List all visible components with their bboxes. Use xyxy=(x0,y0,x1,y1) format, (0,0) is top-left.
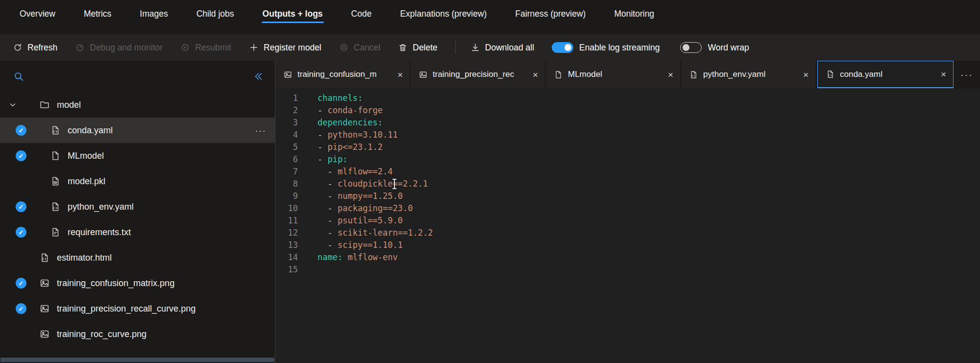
tree-file-model-pkl[interactable]: model.pkl xyxy=(0,169,275,194)
chevron-down-icon[interactable] xyxy=(8,100,18,110)
nav-tab-metrics[interactable]: Metrics xyxy=(84,0,111,27)
tab-label: training_confusion_m xyxy=(297,70,392,79)
nav-tab-code[interactable]: Code xyxy=(351,0,372,27)
code-line-4[interactable]: 4- python=3.10.11 xyxy=(275,129,980,141)
editor-tab-python-env-yaml[interactable]: python_env.yaml× xyxy=(681,61,816,88)
code-line-3[interactable]: 3dependencies: xyxy=(275,117,980,129)
code-line-12[interactable]: 12 - scikit-learn==1.2.2 xyxy=(275,227,980,239)
image-file-icon xyxy=(283,70,293,79)
code-line-14[interactable]: 14name: mlflow-env xyxy=(275,251,980,264)
code-line-2[interactable]: 2- conda-forge xyxy=(275,104,980,117)
nav-tab-explanations-preview[interactable]: Explanations (preview) xyxy=(400,0,487,27)
code-line-5[interactable]: 5- pip<=23.1.2 xyxy=(275,141,980,153)
add-icon xyxy=(249,43,259,52)
code-line-8[interactable]: 8 - cloudpickle==2.2.1 xyxy=(275,178,980,190)
file-name: estimator.html xyxy=(57,253,112,263)
register-model-button[interactable]: Register model xyxy=(249,43,321,53)
word-wrap-toggle[interactable]: Word wrap xyxy=(680,42,749,53)
file-name: training_precision_recall_curve.png xyxy=(57,304,196,314)
top-navigation: OverviewMetricsImagesChild jobsOutputs +… xyxy=(0,0,980,27)
tree-file-requirements-txt[interactable]: ✓requirements.txt xyxy=(0,219,275,245)
toggle-switch[interactable] xyxy=(680,42,702,53)
toolbar: RefreshDebug and monitorResubmitRegister… xyxy=(0,34,980,61)
toggle-knob xyxy=(564,44,571,51)
code-editor[interactable]: 1channels:2- conda-forge3dependencies:4-… xyxy=(275,88,980,363)
debug-and-monitor-button[interactable]: Debug and monitor xyxy=(75,43,163,53)
code-line-15[interactable]: 15 xyxy=(275,264,980,276)
editor-area: training_confusion_m×training_precision_… xyxy=(275,61,980,363)
line-content: - numpy==1.25.0 xyxy=(298,190,403,202)
enable-log-streaming-toggle[interactable]: Enable log streaming xyxy=(552,42,660,53)
file-explorer: model✓conda.yaml···✓MLmodelmodel.pkl✓pyt… xyxy=(0,61,275,363)
toggle-switch[interactable] xyxy=(552,42,573,53)
tree-folder-model[interactable]: model xyxy=(0,92,275,118)
text-file-icon xyxy=(50,227,61,238)
collapse-panel-button[interactable] xyxy=(252,71,264,82)
button-label: Resubmit xyxy=(195,43,231,53)
folder-icon xyxy=(39,99,50,110)
nav-tab-monitoring[interactable]: Monitoring xyxy=(614,0,654,27)
resubmit-button[interactable]: Resubmit xyxy=(180,43,231,53)
yaml-file-icon xyxy=(50,201,61,212)
nav-tab-overview[interactable]: Overview xyxy=(20,0,55,27)
download-all-button[interactable]: Download all xyxy=(470,43,534,53)
code-line-9[interactable]: 9 - numpy==1.25.0 xyxy=(275,190,980,202)
editor-tab-conda-yaml[interactable]: conda.yaml× xyxy=(817,61,954,88)
refresh-button[interactable]: Refresh xyxy=(13,43,57,53)
code-line-10[interactable]: 10 - packaging==23.0 xyxy=(275,202,980,215)
explorer-header xyxy=(0,61,275,92)
content-area: model✓conda.yaml···✓MLmodelmodel.pkl✓pyt… xyxy=(0,61,980,363)
editor-tab-mlmodel[interactable]: MLmodel× xyxy=(546,61,681,88)
tree-file-training-precision-recall-curve-png[interactable]: ✓training_precision_recall_curve.png xyxy=(0,296,275,321)
tree-file-training-roc-curve-png[interactable]: training_roc_curve.png xyxy=(0,321,275,347)
code-line-11[interactable]: 11 - psutil==5.9.0 xyxy=(275,215,980,227)
more-actions-button[interactable]: ··· xyxy=(255,118,266,143)
close-tab-icon[interactable]: × xyxy=(802,69,809,80)
nav-tab-child-jobs[interactable]: Child jobs xyxy=(196,0,234,27)
file-name: MLmodel xyxy=(68,151,104,161)
tab-label: python_env.yaml xyxy=(703,70,797,79)
code-line-1[interactable]: 1channels: xyxy=(275,92,980,104)
search-button[interactable] xyxy=(13,71,24,82)
tree-file-mlmodel[interactable]: ✓MLmodel xyxy=(0,143,275,169)
line-number: 12 xyxy=(275,227,298,239)
line-number: 14 xyxy=(275,251,298,264)
code-line-6[interactable]: 6- pip: xyxy=(275,153,980,166)
tree-file-python-env-yaml[interactable]: ✓python_env.yaml xyxy=(0,194,275,219)
toolbar-separator xyxy=(455,41,456,54)
cancel-icon xyxy=(339,43,349,52)
cancel-button[interactable]: Cancel xyxy=(339,43,380,53)
tab-overflow-button[interactable]: ··· xyxy=(960,61,973,88)
file-icon xyxy=(554,70,563,79)
line-content: channels: xyxy=(298,92,363,104)
code-line-7[interactable]: 7 - mlflow==2.4 xyxy=(275,166,980,178)
line-content: - scipy==1.10.1 xyxy=(298,239,403,251)
file-name: conda.yaml xyxy=(68,125,113,136)
line-content: - pip<=23.1.2 xyxy=(298,141,383,153)
close-tab-icon[interactable]: × xyxy=(396,69,404,80)
image-file-icon xyxy=(39,303,50,314)
line-number: 9 xyxy=(275,190,298,202)
code-line-13[interactable]: 13 - scipy==1.10.1 xyxy=(275,239,980,251)
tree-file-training-confusion-matrix-png[interactable]: ✓training_confusion_matrix.png xyxy=(0,270,275,296)
delete-icon xyxy=(398,43,408,52)
debug-monitor-icon xyxy=(75,43,85,52)
editor-tab-training-confusion-m[interactable]: training_confusion_m× xyxy=(275,61,411,88)
nav-tab-fairness-preview[interactable]: Fairness (preview) xyxy=(515,0,586,27)
scrollbar-thumb[interactable] xyxy=(0,358,274,362)
line-number: 10 xyxy=(275,202,298,215)
tab-label: conda.yaml xyxy=(840,70,935,79)
line-content: - pip: xyxy=(298,153,347,166)
nav-tab-outputs-logs[interactable]: Outputs + logs xyxy=(263,0,323,27)
delete-button[interactable]: Delete xyxy=(398,43,438,53)
editor-tab-training-precision-rec[interactable]: training_precision_rec× xyxy=(411,61,546,88)
tree-file-conda-yaml[interactable]: ✓conda.yaml··· xyxy=(0,118,275,143)
nav-tab-images[interactable]: Images xyxy=(140,0,168,27)
line-content: - python=3.10.11 xyxy=(298,129,398,141)
tree-file-estimator-html[interactable]: estimator.html xyxy=(0,245,275,270)
close-tab-icon[interactable]: × xyxy=(667,69,674,80)
close-tab-icon[interactable]: × xyxy=(532,69,539,80)
toolbar-toggles: Enable log streamingWord wrap xyxy=(552,42,770,53)
line-number: 3 xyxy=(275,117,298,129)
close-tab-icon[interactable]: × xyxy=(940,69,947,80)
